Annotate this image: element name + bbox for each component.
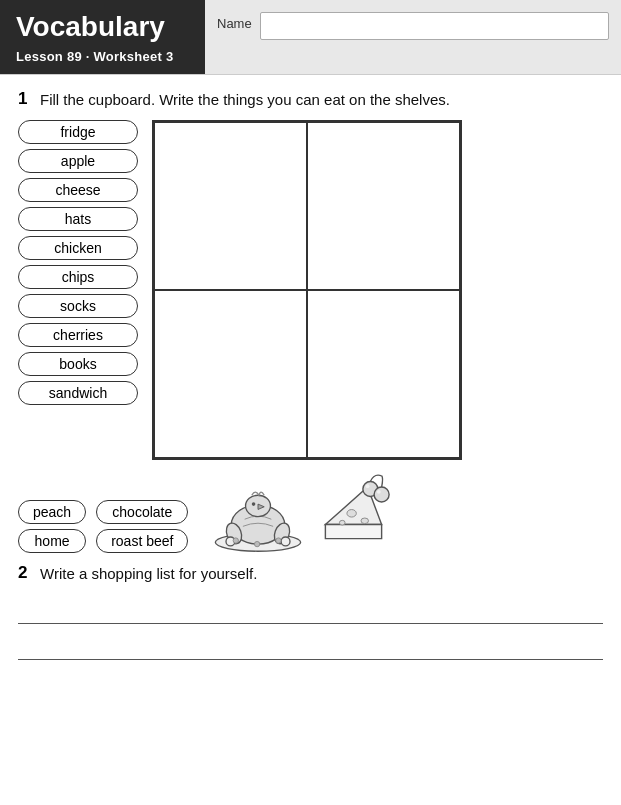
word-list: fridge apple cheese hats chicken chips s… <box>18 120 138 405</box>
bottom-row: peach home chocolate roast beef <box>18 468 603 553</box>
header: Vocabulary Lesson 89 · Worksheet 3 Name <box>0 0 621 75</box>
word-pill-chips: chips <box>18 265 138 289</box>
svg-point-9 <box>234 538 239 543</box>
shelf-cell-2[interactable] <box>307 122 460 290</box>
question1-text: Fill the cupboard. Write the things you … <box>40 89 450 110</box>
chicken-illustration <box>208 473 308 553</box>
word-pill-cheese: cheese <box>18 178 138 202</box>
word-pill-roastbeef: roast beef <box>96 529 188 553</box>
word-pill-hats: hats <box>18 207 138 231</box>
question2-number: 2 <box>18 563 34 583</box>
svg-point-18 <box>375 487 390 502</box>
activity-area: fridge apple cheese hats chicken chips s… <box>18 120 603 460</box>
shelf-cell-1[interactable] <box>154 122 307 290</box>
svg-marker-13 <box>326 524 382 538</box>
name-input-line[interactable] <box>260 12 609 40</box>
question1-number: 1 <box>18 89 34 109</box>
word-pill-home: home <box>18 529 86 553</box>
lesson-subtitle: Lesson 89 · Worksheet 3 <box>16 49 189 64</box>
svg-point-20 <box>377 490 381 494</box>
page-title: Vocabulary <box>16 12 189 43</box>
illustrations <box>208 468 391 553</box>
header-left: Vocabulary Lesson 89 · Worksheet 3 <box>0 0 205 74</box>
page: Vocabulary Lesson 89 · Worksheet 3 Name … <box>0 0 621 805</box>
shelf-cell-4[interactable] <box>307 290 460 458</box>
word-pill-sandwich: sandwich <box>18 381 138 405</box>
word-pill-apple: apple <box>18 149 138 173</box>
word-pill-fridge: fridge <box>18 120 138 144</box>
svg-point-11 <box>255 541 260 546</box>
svg-point-5 <box>282 537 291 546</box>
word-pill-cherries: cherries <box>18 323 138 347</box>
word-pill-chocolate: chocolate <box>96 500 188 524</box>
svg-point-14 <box>347 509 356 517</box>
svg-point-8 <box>252 502 256 506</box>
question2: 2 Write a shopping list for yourself. <box>18 563 603 584</box>
writing-line-1[interactable] <box>18 594 603 624</box>
question1: 1 Fill the cupboard. Write the things yo… <box>18 89 603 110</box>
bottom-left-words: peach home <box>18 500 86 553</box>
bottom-center-words: chocolate roast beef <box>96 500 188 553</box>
shelf-cell-3[interactable] <box>154 290 307 458</box>
question2-area: 2 Write a shopping list for yourself. <box>18 563 603 674</box>
main-content: 1 Fill the cupboard. Write the things yo… <box>0 75 621 805</box>
svg-point-10 <box>276 538 281 543</box>
cupboard-grid <box>152 120 462 460</box>
word-pill-peach: peach <box>18 500 86 524</box>
word-pill-chicken: chicken <box>18 236 138 260</box>
word-pill-socks: socks <box>18 294 138 318</box>
word-pill-books: books <box>18 352 138 376</box>
svg-point-19 <box>366 484 370 488</box>
writing-line-2[interactable] <box>18 630 603 660</box>
name-label: Name <box>217 16 252 31</box>
header-right: Name <box>205 0 621 74</box>
cheese-cherries-illustration <box>316 468 391 553</box>
question2-text: Write a shopping list for yourself. <box>40 563 257 584</box>
svg-point-16 <box>340 520 346 525</box>
svg-point-15 <box>361 518 369 524</box>
